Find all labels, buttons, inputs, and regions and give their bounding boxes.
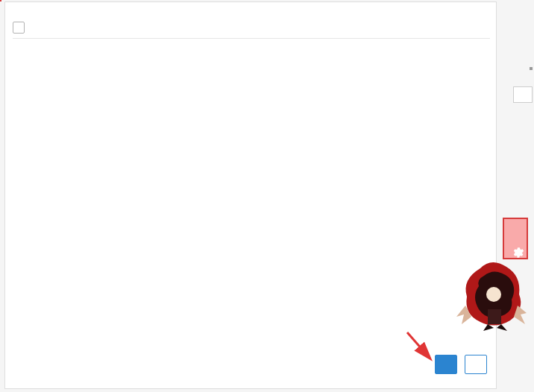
gear-icon[interactable] <box>511 246 524 259</box>
background-fragment <box>530 67 533 70</box>
table-header-row <box>13 17 490 38</box>
select-button[interactable] <box>435 355 457 374</box>
dialog-header <box>5 2 496 17</box>
select-all-checkbox[interactable] <box>13 22 25 34</box>
dialog-footer <box>430 355 487 376</box>
background-input-fragment <box>513 86 533 103</box>
cancel-button[interactable] <box>465 355 487 374</box>
annotation-redbox <box>0 0 1 1</box>
host-groups-dialog <box>4 1 497 389</box>
groups-table <box>13 17 490 39</box>
column-header-name[interactable] <box>35 17 490 38</box>
